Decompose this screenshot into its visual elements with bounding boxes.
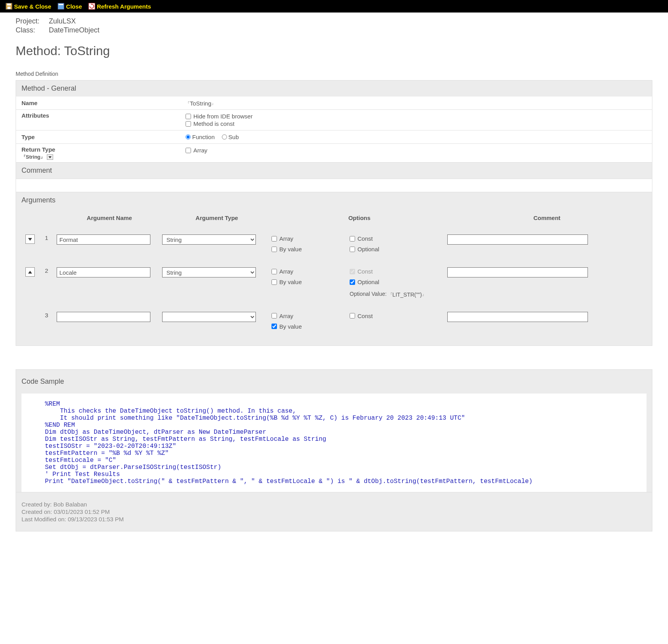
return-type-dropdown-icon[interactable] bbox=[47, 154, 53, 160]
type-label: Type bbox=[21, 134, 186, 140]
method-definition-label: Method Definition bbox=[16, 71, 652, 77]
argument-row: 3ArrayBy valueConst bbox=[21, 305, 647, 338]
arguments-header-row: Argument Name Argument Type Options Comm… bbox=[21, 212, 647, 227]
arg-byvalue-checkbox[interactable] bbox=[271, 247, 277, 252]
created-by-value: Bob Balaban bbox=[54, 501, 87, 508]
type-sub-radio[interactable]: Sub bbox=[222, 134, 239, 140]
svg-rect-1 bbox=[7, 4, 11, 5]
optional-value-field[interactable]: 『LIT_STR("")』 bbox=[388, 292, 426, 298]
refresh-icon bbox=[88, 3, 95, 10]
close-button[interactable]: Close bbox=[55, 2, 84, 11]
method-title: Method: ToString bbox=[16, 44, 652, 58]
refresh-button[interactable]: Refresh Arguments bbox=[86, 2, 154, 11]
argument-comment-input[interactable] bbox=[447, 234, 588, 245]
code-sample-body[interactable]: %REM This checks the DateTimeObject toSt… bbox=[21, 394, 647, 492]
name-field[interactable]: 『 ToString 』 bbox=[186, 100, 216, 107]
svg-rect-2 bbox=[7, 7, 11, 9]
argcomment-header: Comment bbox=[533, 215, 560, 221]
project-label: Project: bbox=[16, 17, 47, 25]
class-label: Class: bbox=[16, 26, 47, 34]
argument-type-select[interactable]: String bbox=[162, 267, 256, 277]
argument-type-select[interactable]: String bbox=[162, 234, 256, 245]
argoptions-header: Options bbox=[348, 215, 371, 221]
argument-name-input[interactable] bbox=[57, 234, 150, 245]
name-value: ToString bbox=[190, 100, 211, 107]
project-line: Project: ZuluLSX bbox=[16, 17, 652, 25]
created-on-label: Created on: bbox=[21, 508, 52, 515]
move-up-button[interactable] bbox=[25, 267, 35, 277]
hide-label: Hide from IDE browser bbox=[193, 113, 253, 120]
argument-type-select[interactable] bbox=[162, 312, 256, 322]
svg-rect-4 bbox=[59, 4, 63, 5]
modified-label: Last Modified on: bbox=[21, 516, 66, 522]
hide-checkbox[interactable] bbox=[186, 114, 191, 119]
argument-row: 1StringArrayBy valueConstOptional bbox=[21, 227, 647, 260]
refresh-label: Refresh Arguments bbox=[97, 3, 151, 10]
code-sample-section: Code Sample %REM This checks the DateTim… bbox=[16, 369, 652, 492]
close-label: Close bbox=[66, 3, 82, 10]
content-area: Project: ZuluLSX Class: DateTimeObject M… bbox=[0, 13, 668, 539]
toolbar: Save & Close Close Refresh Arguments bbox=[0, 0, 668, 13]
argname-header: Argument Name bbox=[87, 215, 132, 221]
arg-array-checkbox[interactable] bbox=[271, 236, 277, 242]
method-general-header: Method - General bbox=[16, 80, 652, 97]
class-value: DateTimeObject bbox=[49, 26, 99, 34]
arg-array-checkbox[interactable] bbox=[271, 313, 277, 318]
arg-byvalue-checkbox[interactable] bbox=[271, 324, 277, 329]
footer: Created by: Bob Balaban Created on: 03/0… bbox=[16, 492, 652, 531]
function-radio-input[interactable] bbox=[186, 134, 191, 140]
argument-number: 3 bbox=[45, 312, 57, 318]
arg-const-checkbox[interactable] bbox=[350, 313, 355, 318]
return-type-value: String bbox=[26, 154, 41, 160]
arguments-section: Arguments Argument Name Argument Type Op… bbox=[16, 192, 652, 346]
save-close-label: Save & Close bbox=[14, 3, 51, 10]
save-icon bbox=[5, 3, 13, 10]
argtype-header: Argument Type bbox=[196, 215, 238, 221]
argument-comment-input[interactable] bbox=[447, 267, 588, 277]
method-const-checkbox[interactable] bbox=[186, 121, 191, 127]
argument-comment-input[interactable] bbox=[447, 312, 588, 322]
type-function-radio[interactable]: Function bbox=[186, 134, 215, 140]
code-sample-header: Code Sample bbox=[21, 374, 647, 390]
arguments-header: Arguments bbox=[16, 192, 652, 208]
return-array-checkbox[interactable] bbox=[186, 148, 191, 153]
save-close-button[interactable]: Save & Close bbox=[3, 2, 54, 11]
comment-header: Comment bbox=[16, 163, 652, 179]
arg-optional-checkbox[interactable] bbox=[350, 279, 355, 285]
argument-number: 2 bbox=[45, 267, 57, 274]
comment-body[interactable] bbox=[16, 179, 652, 192]
arg-byvalue-checkbox[interactable] bbox=[271, 279, 277, 285]
argument-number: 1 bbox=[45, 234, 57, 241]
created-by-label: Created by: bbox=[21, 501, 52, 508]
argument-name-input[interactable] bbox=[57, 312, 150, 322]
comment-section: Comment bbox=[16, 163, 652, 192]
move-down-button[interactable] bbox=[25, 234, 35, 244]
return-type-field[interactable]: 『 String 』 bbox=[21, 154, 45, 160]
arg-const-checkbox[interactable] bbox=[350, 236, 355, 242]
method-general-section: Method - General Name 『 ToString 』 Attri… bbox=[16, 80, 652, 163]
modified-value: 09/13/2023 01:53 PM bbox=[68, 516, 123, 522]
arg-optional-checkbox[interactable] bbox=[350, 247, 355, 252]
argument-row: 2StringArrayBy valueConstOptionalOptiona… bbox=[21, 260, 647, 305]
arg-const-checkbox bbox=[350, 269, 355, 274]
name-label: Name bbox=[21, 100, 186, 106]
return-array-label: Array bbox=[193, 147, 207, 154]
created-on-value: 03/01/2023 01:52 PM bbox=[54, 508, 110, 515]
arg-array-checkbox[interactable] bbox=[271, 269, 277, 274]
class-line: Class: DateTimeObject bbox=[16, 26, 652, 34]
attributes-label: Attributes bbox=[21, 112, 186, 119]
method-const-label: Method is const bbox=[193, 120, 234, 127]
return-type-label: Return Type bbox=[21, 146, 186, 153]
project-value: ZuluLSX bbox=[49, 17, 76, 25]
optional-value-line: Optional Value: 『LIT_STR("")』 bbox=[350, 291, 447, 298]
argument-name-input[interactable] bbox=[57, 267, 150, 277]
close-icon bbox=[57, 3, 64, 10]
sub-radio-input[interactable] bbox=[222, 134, 227, 140]
